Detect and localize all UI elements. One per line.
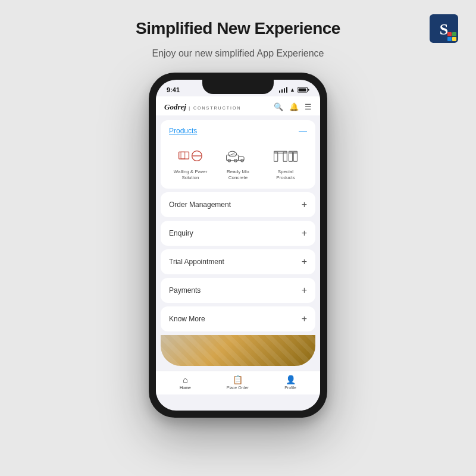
phone-mockup: 9:41 ▲ xyxy=(149,73,327,418)
products-card: Products — xyxy=(161,120,315,189)
menu-icon[interactable]: ☰ xyxy=(305,102,312,111)
trial-plus-icon: + xyxy=(302,256,307,267)
svg-rect-5 xyxy=(447,37,452,41)
svg-text:S: S xyxy=(440,21,448,38)
products-card-body: Walling & PaverSolution xyxy=(161,142,315,189)
order-plus-icon: + xyxy=(302,199,307,210)
home-icon: ⌂ xyxy=(183,375,187,384)
app-header-icons: 🔍 🔔 ☰ xyxy=(274,102,312,111)
battery-icon xyxy=(298,87,309,93)
profile-nav-label: Profile xyxy=(284,386,296,390)
special-label: SpecialProducts xyxy=(276,169,295,181)
products-collapse-icon: — xyxy=(299,126,307,136)
home-nav-label: Home xyxy=(180,386,191,390)
svg-rect-8 xyxy=(308,89,309,91)
svg-line-17 xyxy=(229,152,236,156)
app-content: Products — xyxy=(156,115,320,371)
enquiry-label: Enquiry xyxy=(169,229,193,237)
brand-logo: S xyxy=(430,14,458,43)
walling-icon xyxy=(178,147,203,165)
payments-label: Payments xyxy=(169,286,201,295)
menu-item-trial[interactable]: Trial Appointment + xyxy=(161,249,315,274)
menu-item-enquiry[interactable]: Enquiry + xyxy=(161,221,315,246)
page-title: Simplified New Experience xyxy=(136,19,340,38)
svg-rect-25 xyxy=(293,152,297,162)
product-special[interactable]: SpecialProducts xyxy=(265,145,306,181)
special-icon-wrap xyxy=(271,145,300,167)
search-icon[interactable]: 🔍 xyxy=(274,102,283,111)
status-icons: ▲ xyxy=(279,87,309,93)
app-logo: Godrej | CONSTRUCTION xyxy=(164,101,241,112)
phone-outer: 9:41 ▲ xyxy=(149,73,327,418)
know-more-label: Know More xyxy=(169,315,205,323)
strip-pattern xyxy=(161,335,315,366)
payments-plus-icon: + xyxy=(302,285,307,296)
concrete-icon-wrap xyxy=(223,145,253,167)
svg-rect-9 xyxy=(299,89,306,92)
svg-rect-11 xyxy=(181,152,185,159)
svg-rect-22 xyxy=(283,152,287,162)
svg-rect-6 xyxy=(452,37,456,41)
products-label: Products xyxy=(169,127,197,135)
svg-rect-3 xyxy=(447,32,452,36)
place-order-icon: 📋 xyxy=(233,375,243,384)
menu-item-know-more[interactable]: Know More + xyxy=(161,306,315,331)
wifi-icon: ▲ xyxy=(290,87,295,93)
status-time: 9:41 xyxy=(167,86,180,93)
app-header: Godrej | CONSTRUCTION 🔍 🔔 ☰ xyxy=(156,96,320,115)
nav-home[interactable]: ⌂ Home xyxy=(180,375,191,390)
svg-rect-21 xyxy=(274,152,278,162)
page-subtitle: Enjoy our new simplified App Experience xyxy=(136,46,340,61)
phone-inner: 9:41 ▲ xyxy=(156,80,320,411)
place-order-label: Place Order xyxy=(227,386,249,390)
bottom-image-strip xyxy=(161,335,315,366)
nav-profile[interactable]: 👤 Profile xyxy=(284,375,296,390)
profile-icon: 👤 xyxy=(286,375,296,384)
bell-icon[interactable]: 🔔 xyxy=(289,102,299,111)
walling-icon-wrap xyxy=(176,145,205,167)
know-more-plus-icon: + xyxy=(302,314,307,324)
product-walling[interactable]: Walling & PaverSolution xyxy=(170,145,211,181)
concrete-label: Ready MixConcrete xyxy=(227,169,249,181)
special-icon xyxy=(273,147,298,165)
page-header: Simplified New Experience Enjoy our new … xyxy=(136,19,340,61)
menu-item-payments[interactable]: Payments + xyxy=(161,278,315,303)
products-card-header[interactable]: Products — xyxy=(161,120,315,142)
svg-rect-10 xyxy=(179,152,189,159)
nav-place-order[interactable]: 📋 Place Order xyxy=(227,375,249,390)
bottom-nav: ⌂ Home 📋 Place Order 👤 Profile xyxy=(156,371,320,394)
walling-label: Walling & PaverSolution xyxy=(174,169,208,181)
menu-item-order[interactable]: Order Management + xyxy=(161,192,315,217)
enquiry-plus-icon: + xyxy=(302,228,307,239)
signal-icon xyxy=(279,87,288,93)
product-concrete[interactable]: Ready MixConcrete xyxy=(217,145,259,181)
order-management-label: Order Management xyxy=(169,201,231,209)
trial-appointment-label: Trial Appointment xyxy=(169,258,224,266)
svg-rect-24 xyxy=(289,152,292,162)
concrete-icon xyxy=(226,147,250,165)
svg-rect-4 xyxy=(452,32,456,36)
phone-notch xyxy=(202,80,274,94)
